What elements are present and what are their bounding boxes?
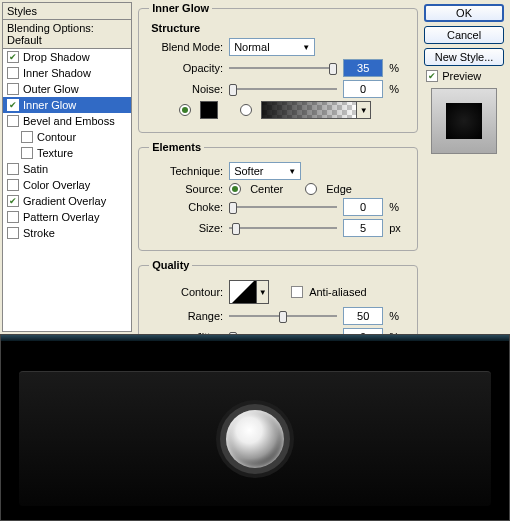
style-checkbox[interactable] (7, 83, 19, 95)
noise-unit: % (389, 83, 407, 95)
style-label: Texture (37, 147, 73, 159)
style-checkbox[interactable] (7, 179, 19, 191)
style-item-stroke[interactable]: Stroke (3, 225, 131, 241)
preview-checkbox[interactable] (426, 70, 438, 82)
style-item-texture[interactable]: Texture (3, 145, 131, 161)
blend-mode-label: Blend Mode: (149, 41, 223, 53)
source-edge-label: Edge (326, 183, 352, 195)
preview-label: Preview (442, 70, 481, 82)
blend-mode-select[interactable]: Normal▼ (229, 38, 315, 56)
size-unit: px (389, 222, 407, 234)
contour-label: Contour: (149, 286, 223, 298)
style-label: Drop Shadow (23, 51, 90, 63)
canvas-preview (0, 334, 510, 521)
style-item-inner-shadow[interactable]: Inner Shadow (3, 65, 131, 81)
style-item-outer-glow[interactable]: Outer Glow (3, 81, 131, 97)
opacity-label: Opacity: (149, 62, 223, 74)
range-unit: % (389, 310, 407, 322)
structure-heading: Structure (151, 22, 407, 34)
technique-select[interactable]: Softer▼ (229, 162, 301, 180)
elements-heading: Elements (149, 141, 204, 153)
style-checkbox[interactable] (21, 131, 33, 143)
style-label: Outer Glow (23, 83, 79, 95)
style-item-gradient-overlay[interactable]: Gradient Overlay (3, 193, 131, 209)
opacity-input[interactable]: 35 (343, 59, 383, 77)
style-checkbox[interactable] (7, 99, 19, 111)
style-checkbox[interactable] (7, 51, 19, 63)
style-label: Contour (37, 131, 76, 143)
color-swatch[interactable] (200, 101, 218, 119)
inner-glow-fieldset: Inner Glow Structure Blend Mode: Normal▼… (138, 2, 418, 133)
style-label: Inner Glow (23, 99, 76, 111)
style-item-color-overlay[interactable]: Color Overlay (3, 177, 131, 193)
chevron-down-icon[interactable]: ▼ (357, 101, 371, 119)
styles-title: Styles (3, 3, 131, 20)
choke-slider[interactable] (229, 200, 337, 214)
preview-box (431, 88, 497, 154)
gradient-picker[interactable] (261, 101, 357, 119)
ok-button[interactable]: OK (424, 4, 504, 22)
styles-panel: Styles Blending Options: Default Drop Sh… (2, 2, 132, 332)
opacity-slider[interactable] (229, 61, 337, 75)
style-item-satin[interactable]: Satin (3, 161, 131, 177)
choke-input[interactable]: 0 (343, 198, 383, 216)
preview-swatch (446, 103, 482, 139)
choke-label: Choke: (149, 201, 223, 213)
source-center-label: Center (250, 183, 283, 195)
style-checkbox[interactable] (7, 195, 19, 207)
elements-fieldset: Elements Technique: Softer▼ Source: Cent… (138, 141, 418, 251)
style-checkbox[interactable] (7, 115, 19, 127)
color-radio[interactable] (179, 104, 191, 116)
gradient-radio[interactable] (240, 104, 252, 116)
style-checkbox[interactable] (7, 163, 19, 175)
style-item-contour[interactable]: Contour (3, 129, 131, 145)
range-input[interactable]: 50 (343, 307, 383, 325)
quality-heading: Quality (149, 259, 192, 271)
source-label: Source: (149, 183, 223, 195)
noise-label: Noise: (149, 83, 223, 95)
style-label: Pattern Overlay (23, 211, 99, 223)
chevron-down-icon: ▼ (288, 167, 296, 176)
range-slider[interactable] (229, 309, 337, 323)
style-checkbox[interactable] (21, 147, 33, 159)
technique-label: Technique: (149, 165, 223, 177)
style-label: Color Overlay (23, 179, 90, 191)
cancel-button[interactable]: Cancel (424, 26, 504, 44)
opacity-unit: % (389, 62, 407, 74)
choke-unit: % (389, 201, 407, 213)
chevron-down-icon: ▼ (302, 43, 310, 52)
range-label: Range: (149, 310, 223, 322)
size-input[interactable]: 5 (343, 219, 383, 237)
orb-shape (226, 410, 284, 468)
style-label: Gradient Overlay (23, 195, 106, 207)
panel-title: Inner Glow (149, 2, 212, 14)
noise-input[interactable]: 0 (343, 80, 383, 98)
style-label: Bevel and Emboss (23, 115, 115, 127)
antialiased-checkbox[interactable] (291, 286, 303, 298)
style-label: Satin (23, 163, 48, 175)
style-item-drop-shadow[interactable]: Drop Shadow (3, 49, 131, 65)
drawer-shape (19, 371, 491, 506)
noise-slider[interactable] (229, 82, 337, 96)
style-item-bevel-and-emboss[interactable]: Bevel and Emboss (3, 113, 131, 129)
style-label: Inner Shadow (23, 67, 91, 79)
size-label: Size: (149, 222, 223, 234)
style-checkbox[interactable] (7, 67, 19, 79)
chevron-down-icon[interactable]: ▼ (257, 280, 269, 304)
size-slider[interactable] (229, 221, 337, 235)
style-checkbox[interactable] (7, 211, 19, 223)
style-label: Stroke (23, 227, 55, 239)
style-checkbox[interactable] (7, 227, 19, 239)
blending-options[interactable]: Blending Options: Default (3, 20, 131, 49)
style-item-pattern-overlay[interactable]: Pattern Overlay (3, 209, 131, 225)
source-center-radio[interactable] (229, 183, 241, 195)
new-style-button[interactable]: New Style... (424, 48, 504, 66)
source-edge-radio[interactable] (305, 183, 317, 195)
antialiased-label: Anti-aliased (309, 286, 366, 298)
contour-picker[interactable] (229, 280, 257, 304)
action-panel: OK Cancel New Style... Preview (424, 0, 510, 334)
settings-panel: Inner Glow Structure Blend Mode: Normal▼… (136, 0, 424, 334)
style-item-inner-glow[interactable]: Inner Glow (3, 97, 131, 113)
